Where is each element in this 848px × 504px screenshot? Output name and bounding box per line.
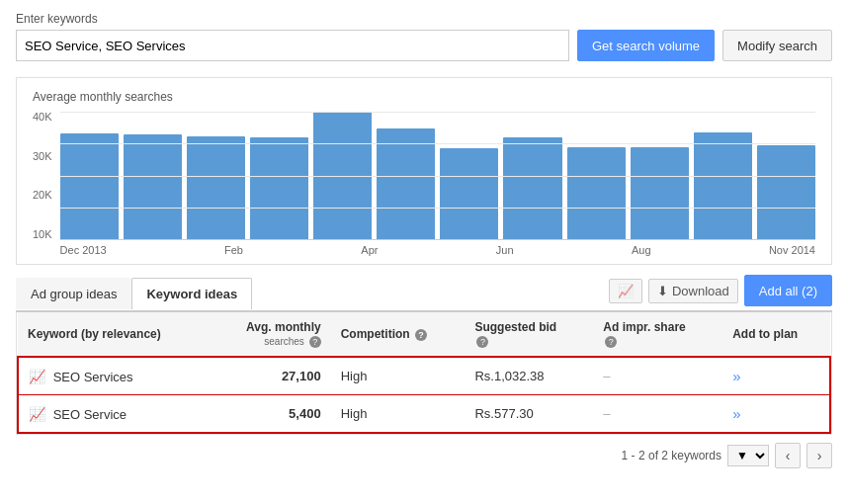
add-all-button[interactable]: Add all (2) <box>744 275 832 306</box>
competition-cell-2: High <box>331 395 466 434</box>
bar-3 <box>187 136 245 239</box>
table-body: 📈 SEO Services 27,100 High Rs.1,032.38 –… <box>18 357 830 433</box>
prev-page-button[interactable]: ‹ <box>775 443 801 468</box>
download-icon: ⬇ <box>657 284 668 298</box>
avg-monthly-cell-1: 27,100 <box>212 357 331 395</box>
bar-6 <box>377 128 435 239</box>
col-ad-impr-share: Ad impr. share? <box>593 312 722 357</box>
chart-section: Average monthly searches 40K 30K 20K 10K <box>16 77 832 265</box>
keyword-input-row: Get search volume Modify search <box>16 30 832 61</box>
bar-11 <box>694 132 752 239</box>
keyword-cell-1: 📈 SEO Services <box>18 357 212 395</box>
x-label-nov2014: Nov 2014 <box>769 244 815 256</box>
modify-search-button[interactable]: Modify search <box>722 30 832 61</box>
keyword-input[interactable] <box>16 30 569 61</box>
ad-impr-share-help-icon[interactable]: ? <box>605 336 617 348</box>
ad-impr-share-cell-1: – <box>593 357 722 395</box>
next-page-button[interactable]: › <box>806 443 832 468</box>
bar-7 <box>440 148 498 239</box>
y-label-40k: 40K <box>33 112 52 123</box>
add-to-plan-cell-2[interactable]: » <box>722 395 830 434</box>
bar-9 <box>567 147 626 239</box>
avg-monthly-cell-2: 5,400 <box>212 395 331 434</box>
col-add-to-plan: Add to plan <box>722 312 830 357</box>
competition-cell-1: High <box>331 357 466 395</box>
suggested-bid-help-icon[interactable]: ? <box>476 336 488 348</box>
bar-10 <box>631 147 689 239</box>
x-label-feb: Feb <box>224 244 243 256</box>
suggested-bid-cell-2: Rs.577.30 <box>465 395 593 434</box>
get-search-volume-button[interactable]: Get search volume <box>577 30 715 61</box>
x-label-apr: Apr <box>361 244 378 256</box>
y-label-30k: 30K <box>33 151 52 162</box>
pagination-row: 1 - 2 of 2 keywords ▼ ‹ › <box>0 435 848 476</box>
tab-actions: 📈 ⬇ Download Add all (2) <box>609 275 832 310</box>
tab-keyword-ideas[interactable]: Keyword ideas <box>131 278 252 309</box>
bar-4 <box>250 137 308 239</box>
table-wrapper: Keyword (by relevance) Avg. monthlysearc… <box>16 312 832 435</box>
keyword-cell-2: 📈 SEO Service <box>18 395 212 434</box>
y-label-10k: 10K <box>33 229 52 240</box>
chart-toggle-icon: 📈 <box>618 284 634 298</box>
chart-toggle-button[interactable]: 📈 <box>609 279 642 303</box>
tab-ad-group-ideas[interactable]: Ad group ideas <box>16 278 131 309</box>
keywords-table: Keyword (by relevance) Avg. monthlysearc… <box>17 312 831 434</box>
table-row: 📈 SEO Services 27,100 High Rs.1,032.38 –… <box>18 357 830 395</box>
col-avg-monthly: Avg. monthlysearches ? <box>212 312 331 357</box>
col-competition: Competition ? <box>331 312 466 357</box>
bar-5 <box>313 112 372 239</box>
col-keyword: Keyword (by relevance) <box>18 312 212 357</box>
download-button[interactable]: ⬇ Download <box>648 279 738 303</box>
bar-2 <box>124 134 182 239</box>
pagination-summary: 1 - 2 of 2 keywords <box>622 449 721 462</box>
page-size-dropdown[interactable]: ▼ <box>727 445 769 466</box>
tabs-row: Ad group ideas Keyword ideas 📈 ⬇ Downloa… <box>16 275 832 312</box>
chart-title: Average monthly searches <box>33 90 815 104</box>
bar-8 <box>503 137 561 239</box>
ad-impr-share-cell-2: – <box>593 395 722 434</box>
bar-1 <box>60 133 119 239</box>
suggested-bid-cell-1: Rs.1,032.38 <box>465 357 593 395</box>
x-label-jun: Jun <box>496 244 514 256</box>
table-header-row: Keyword (by relevance) Avg. monthlysearc… <box>18 312 830 357</box>
trend-icon-2: 📈 <box>29 406 45 422</box>
avg-monthly-help-icon[interactable]: ? <box>309 336 321 348</box>
tabs-section: Ad group ideas Keyword ideas 📈 ⬇ Downloa… <box>16 275 832 435</box>
col-suggested-bid: Suggested bid? <box>465 312 593 357</box>
top-section: Enter keywords Get search volume Modify … <box>0 0 848 69</box>
trend-icon-1: 📈 <box>29 369 45 384</box>
y-label-20k: 20K <box>33 190 52 201</box>
x-label-aug: Aug <box>632 244 651 256</box>
enter-keywords-label: Enter keywords <box>16 12 832 26</box>
x-label-dec2013: Dec 2013 <box>60 244 107 256</box>
bar-12 <box>757 145 815 239</box>
competition-help-icon[interactable]: ? <box>415 329 427 341</box>
add-to-plan-cell-1[interactable]: » <box>722 357 830 395</box>
table-row: 📈 SEO Service 5,400 High Rs.577.30 – » <box>18 395 830 434</box>
